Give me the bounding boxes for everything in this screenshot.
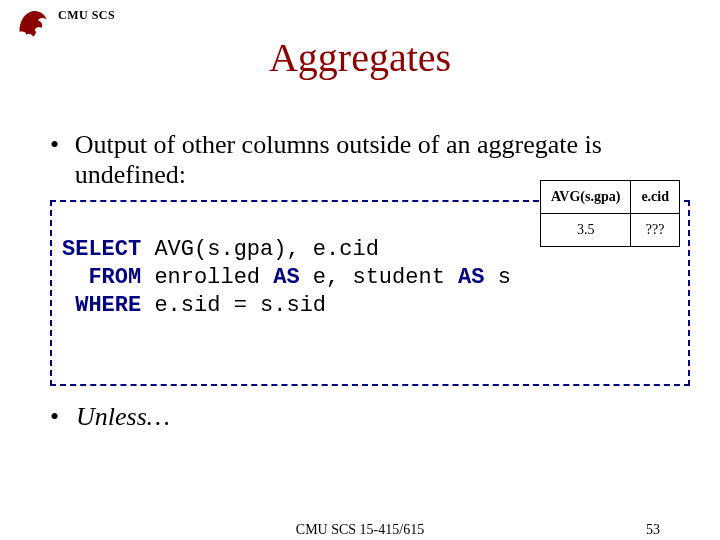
sql-text: e.sid = s.sid — [141, 293, 326, 318]
sql-keyword: AS — [273, 265, 299, 290]
slide-title: Aggregates — [0, 34, 720, 81]
page-number: 53 — [646, 522, 660, 538]
slide-content: • Output of other columns outside of an … — [50, 130, 690, 442]
sql-keyword: WHERE — [62, 293, 141, 318]
org-label: CMU SCS — [58, 8, 115, 23]
bullet-text: Unless… — [76, 402, 170, 432]
sql-text: AVG(s.gpa), e.cid — [141, 237, 379, 262]
bullet-item: • Unless… — [50, 402, 690, 432]
table-cell: ??? — [631, 214, 680, 247]
sql-text: s — [485, 265, 511, 290]
result-table: AVG(s.gpa) e.cid 3.5 ??? — [540, 180, 680, 247]
sql-text: enrolled — [141, 265, 273, 290]
table-header-cell: e.cid — [631, 181, 680, 214]
sql-code-block: SELECT AVG(s.gpa), e.cid FROM enrolled A… — [50, 200, 690, 386]
bullet-dot-icon: • — [50, 130, 75, 160]
footer-center: CMU SCS 15-415/615 — [0, 522, 720, 538]
code-line: FROM enrolled AS e, student AS s — [62, 265, 511, 290]
table-row: 3.5 ??? — [541, 214, 680, 247]
code-line: WHERE e.sid = s.sid — [62, 293, 326, 318]
sql-keyword: SELECT — [62, 237, 141, 262]
code-line: SELECT AVG(s.gpa), e.cid — [62, 237, 379, 262]
bullet-dot-icon: • — [50, 402, 76, 432]
sql-keyword: AS — [458, 265, 484, 290]
table-header-cell: AVG(s.gpa) — [541, 181, 631, 214]
sql-keyword: FROM — [62, 265, 141, 290]
sql-text: e, student — [300, 265, 458, 290]
table-cell: 3.5 — [541, 214, 631, 247]
table-row: AVG(s.gpa) e.cid — [541, 181, 680, 214]
